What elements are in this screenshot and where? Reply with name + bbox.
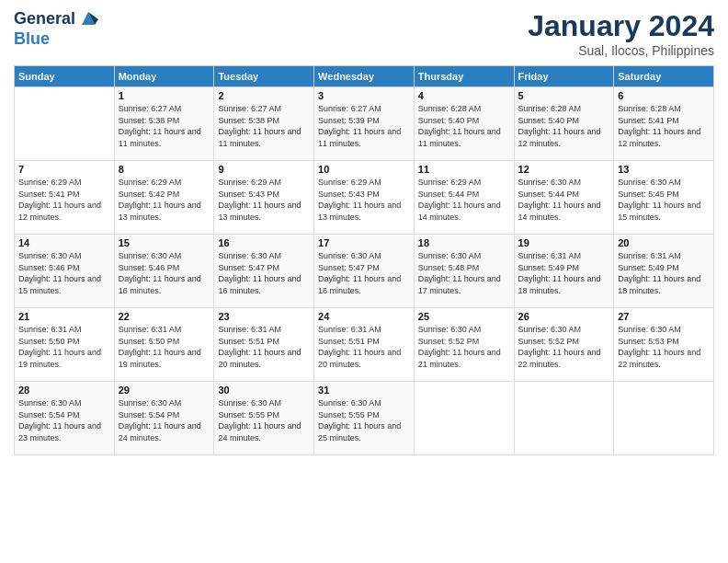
day-number: 20 — [618, 237, 710, 248]
calendar-week-3: 21Sunrise: 6:31 AMSunset: 5:50 PMDayligh… — [15, 308, 714, 382]
calendar-cell: 16Sunrise: 6:30 AMSunset: 5:47 PMDayligh… — [214, 235, 314, 308]
day-number: 25 — [418, 311, 510, 322]
logo: General Blue — [14, 9, 98, 49]
day-detail: Sunrise: 6:28 AMSunset: 5:40 PMDaylight:… — [418, 103, 510, 149]
main-container: General Blue January 2024 Sual, Ilocos, … — [0, 0, 728, 465]
weekday-header-saturday: Saturday — [614, 66, 714, 87]
day-detail: Sunrise: 6:30 AMSunset: 5:48 PMDaylight:… — [418, 250, 510, 296]
day-number: 22 — [119, 311, 210, 322]
day-number: 4 — [418, 90, 510, 101]
day-number: 6 — [618, 90, 710, 101]
day-detail: Sunrise: 6:31 AMSunset: 5:50 PMDaylight:… — [18, 324, 110, 370]
weekday-header-wednesday: Wednesday — [314, 66, 415, 87]
calendar-week-0: 1Sunrise: 6:27 AMSunset: 5:38 PMDaylight… — [15, 87, 714, 161]
day-number: 5 — [518, 90, 610, 101]
day-number: 31 — [318, 385, 410, 396]
calendar-cell: 22Sunrise: 6:31 AMSunset: 5:50 PMDayligh… — [114, 308, 214, 382]
day-number: 11 — [418, 164, 510, 175]
day-detail: Sunrise: 6:30 AMSunset: 5:47 PMDaylight:… — [318, 250, 410, 296]
day-number: 9 — [218, 164, 310, 175]
day-number: 24 — [318, 311, 410, 322]
day-number: 14 — [18, 237, 110, 248]
day-number: 19 — [518, 237, 610, 248]
day-number: 10 — [318, 164, 410, 175]
day-number: 7 — [18, 164, 110, 175]
calendar-cell: 7Sunrise: 6:29 AMSunset: 5:41 PMDaylight… — [15, 161, 115, 235]
calendar-cell: 30Sunrise: 6:30 AMSunset: 5:55 PMDayligh… — [214, 382, 314, 455]
calendar-cell — [414, 382, 514, 455]
logo-icon — [78, 8, 98, 29]
day-detail: Sunrise: 6:28 AMSunset: 5:41 PMDaylight:… — [618, 103, 710, 149]
calendar-cell: 21Sunrise: 6:31 AMSunset: 5:50 PMDayligh… — [15, 308, 115, 382]
calendar-cell — [514, 382, 614, 455]
day-detail: Sunrise: 6:30 AMSunset: 5:45 PMDaylight:… — [618, 177, 710, 223]
calendar-cell: 6Sunrise: 6:28 AMSunset: 5:41 PMDaylight… — [614, 87, 714, 161]
calendar-cell: 17Sunrise: 6:30 AMSunset: 5:47 PMDayligh… — [314, 235, 415, 308]
title-block: January 2024 Sual, Ilocos, Philippines — [528, 9, 714, 58]
day-number: 8 — [119, 164, 210, 175]
day-number: 17 — [318, 237, 410, 248]
calendar-cell: 19Sunrise: 6:31 AMSunset: 5:49 PMDayligh… — [514, 235, 614, 308]
calendar-cell: 11Sunrise: 6:29 AMSunset: 5:44 PMDayligh… — [414, 161, 514, 235]
day-number: 16 — [218, 237, 310, 248]
day-number: 29 — [119, 385, 210, 396]
calendar-cell: 3Sunrise: 6:27 AMSunset: 5:39 PMDaylight… — [314, 87, 415, 161]
calendar-cell: 5Sunrise: 6:28 AMSunset: 5:40 PMDaylight… — [514, 87, 614, 161]
day-detail: Sunrise: 6:30 AMSunset: 5:44 PMDaylight:… — [518, 177, 610, 223]
location-subtitle: Sual, Ilocos, Philippines — [528, 43, 714, 58]
day-number: 1 — [119, 90, 210, 101]
calendar-cell: 23Sunrise: 6:31 AMSunset: 5:51 PMDayligh… — [214, 308, 314, 382]
calendar-table: SundayMondayTuesdayWednesdayThursdayFrid… — [14, 65, 714, 455]
day-detail: Sunrise: 6:30 AMSunset: 5:46 PMDaylight:… — [18, 250, 110, 296]
day-detail: Sunrise: 6:29 AMSunset: 5:43 PMDaylight:… — [218, 177, 310, 223]
calendar-cell: 13Sunrise: 6:30 AMSunset: 5:45 PMDayligh… — [614, 161, 714, 235]
day-number: 15 — [119, 237, 210, 248]
calendar-cell: 2Sunrise: 6:27 AMSunset: 5:38 PMDaylight… — [214, 87, 314, 161]
calendar-cell: 14Sunrise: 6:30 AMSunset: 5:46 PMDayligh… — [15, 235, 115, 308]
day-detail: Sunrise: 6:29 AMSunset: 5:42 PMDaylight:… — [119, 177, 210, 223]
day-detail: Sunrise: 6:30 AMSunset: 5:52 PMDaylight:… — [518, 324, 610, 370]
day-number: 3 — [318, 90, 410, 101]
calendar-cell: 9Sunrise: 6:29 AMSunset: 5:43 PMDaylight… — [214, 161, 314, 235]
day-detail: Sunrise: 6:27 AMSunset: 5:38 PMDaylight:… — [119, 103, 210, 149]
calendar-week-1: 7Sunrise: 6:29 AMSunset: 5:41 PMDaylight… — [15, 161, 714, 235]
day-detail: Sunrise: 6:31 AMSunset: 5:49 PMDaylight:… — [518, 250, 610, 296]
calendar-cell: 29Sunrise: 6:30 AMSunset: 5:54 PMDayligh… — [114, 382, 214, 455]
weekday-header-sunday: Sunday — [15, 66, 115, 87]
day-detail: Sunrise: 6:27 AMSunset: 5:39 PMDaylight:… — [318, 103, 410, 149]
logo-blue: Blue — [14, 29, 98, 50]
calendar-cell: 10Sunrise: 6:29 AMSunset: 5:43 PMDayligh… — [314, 161, 415, 235]
day-detail: Sunrise: 6:28 AMSunset: 5:40 PMDaylight:… — [518, 103, 610, 149]
weekday-header-tuesday: Tuesday — [214, 66, 314, 87]
day-number: 30 — [218, 385, 310, 396]
calendar-cell: 27Sunrise: 6:30 AMSunset: 5:53 PMDayligh… — [614, 308, 714, 382]
month-title: January 2024 — [528, 9, 714, 43]
header: General Blue January 2024 Sual, Ilocos, … — [14, 9, 714, 58]
day-detail: Sunrise: 6:30 AMSunset: 5:54 PMDaylight:… — [18, 397, 110, 443]
day-number: 23 — [218, 311, 310, 322]
calendar-week-2: 14Sunrise: 6:30 AMSunset: 5:46 PMDayligh… — [15, 235, 714, 308]
calendar-cell: 25Sunrise: 6:30 AMSunset: 5:52 PMDayligh… — [414, 308, 514, 382]
logo-general: General — [14, 9, 75, 29]
day-number: 12 — [518, 164, 610, 175]
day-detail: Sunrise: 6:31 AMSunset: 5:51 PMDaylight:… — [218, 324, 310, 370]
day-detail: Sunrise: 6:30 AMSunset: 5:55 PMDaylight:… — [218, 397, 310, 443]
calendar-week-4: 28Sunrise: 6:30 AMSunset: 5:54 PMDayligh… — [15, 382, 714, 455]
day-detail: Sunrise: 6:30 AMSunset: 5:54 PMDaylight:… — [119, 397, 210, 443]
calendar-cell: 28Sunrise: 6:30 AMSunset: 5:54 PMDayligh… — [15, 382, 115, 455]
calendar-cell: 24Sunrise: 6:31 AMSunset: 5:51 PMDayligh… — [314, 308, 415, 382]
day-number: 21 — [18, 311, 110, 322]
calendar-body: 1Sunrise: 6:27 AMSunset: 5:38 PMDaylight… — [15, 87, 714, 455]
day-detail: Sunrise: 6:30 AMSunset: 5:55 PMDaylight:… — [318, 397, 410, 443]
day-detail: Sunrise: 6:31 AMSunset: 5:51 PMDaylight:… — [318, 324, 410, 370]
day-detail: Sunrise: 6:29 AMSunset: 5:44 PMDaylight:… — [418, 177, 510, 223]
day-detail: Sunrise: 6:30 AMSunset: 5:53 PMDaylight:… — [618, 324, 710, 370]
calendar-cell: 15Sunrise: 6:30 AMSunset: 5:46 PMDayligh… — [114, 235, 214, 308]
calendar-cell: 20Sunrise: 6:31 AMSunset: 5:49 PMDayligh… — [614, 235, 714, 308]
weekday-header-monday: Monday — [114, 66, 214, 87]
calendar-cell — [614, 382, 714, 455]
day-number: 18 — [418, 237, 510, 248]
day-detail: Sunrise: 6:29 AMSunset: 5:41 PMDaylight:… — [18, 177, 110, 223]
day-number: 27 — [618, 311, 710, 322]
weekday-header-row: SundayMondayTuesdayWednesdayThursdayFrid… — [15, 66, 714, 87]
